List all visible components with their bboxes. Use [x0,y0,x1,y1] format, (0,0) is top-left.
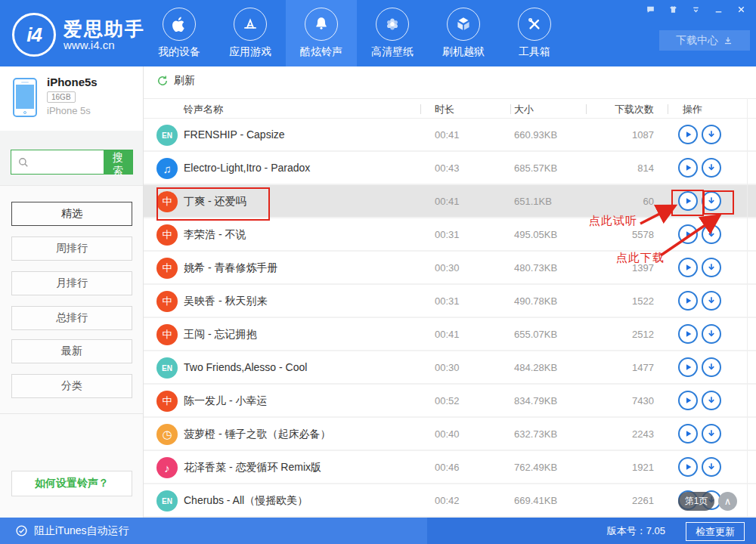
ringtone-downloads: 60 [567,196,654,207]
back-to-top-button[interactable]: ∧ [718,492,737,511]
ringtone-row[interactable]: 中李荣浩 - 不说00:31495.05KB5578 [144,218,756,252]
sidebar: iPhone5s 16GB iPhone 5s 搜索 精选周排行月排行总排行最新… [0,66,144,518]
column-header-downloads: 下载次数 [567,103,654,116]
ringtone-size: 480.73KB [514,262,557,274]
download-button[interactable] [702,357,721,377]
ringtone-name: 吴映香 - 秋天别来 [184,295,267,308]
skin-shirt-icon[interactable] [667,4,679,14]
ringtone-row[interactable]: 中吴映香 - 秋天别来00:31490.78KB1522 [144,285,756,318]
how-to-set-ringtone-button[interactable]: 如何设置铃声？ [11,471,132,496]
status-bar: 阻止iTunes自动运行 版本号：7.05 检查更新 [0,518,756,544]
download-button[interactable] [702,224,721,244]
ringtone-name: 王闯 - 忘记拥抱 [184,328,256,342]
nav-tab-label: 高清壁纸 [371,45,414,59]
check-circle-icon [15,524,28,537]
download-button[interactable] [702,258,721,277]
download-button[interactable] [702,391,721,410]
block-itunes-toggle[interactable]: 阻止iTunes自动运行 [0,518,427,544]
box-icon [447,8,480,41]
apple-icon [163,8,196,41]
check-update-button[interactable]: 检查更新 [686,522,745,541]
cn-badge: 中 [156,291,178,312]
nav-tab-1[interactable]: 应用游戏 [215,0,286,66]
play-button[interactable] [678,158,698,178]
sidebar-item-0[interactable]: 精选 [11,202,132,226]
ringtone-downloads: 7430 [567,395,654,406]
scrollbar-track[interactable] [747,98,748,518]
play-button[interactable] [678,357,698,377]
nav-tab-4[interactable]: 刷机越狱 [428,0,499,66]
play-button[interactable] [678,324,698,344]
ringtone-duration: 00:41 [435,129,460,141]
play-button[interactable] [678,191,698,211]
appstore-icon [234,8,267,41]
cn-badge: 中 [156,224,178,246]
ringtone-row[interactable]: ENCherubs - All（慢摇欧美）00:42669.41KB2261 [144,484,756,518]
sidebar-divider [0,413,143,414]
play-button[interactable] [678,457,698,477]
search-box: 搜索 [11,150,133,175]
minimize-icon[interactable] [712,4,724,14]
ringtone-row[interactable]: 中丁爽 - 还爱吗00:41651.1KB60 [144,185,756,218]
refresh-button[interactable]: 刷新 [156,74,195,88]
download-button[interactable] [702,424,721,444]
ringtone-row[interactable]: 中姚希 - 青春修炼手册00:30480.73KB1397 [144,252,756,285]
sidebar-item-3[interactable]: 总排行 [11,306,132,330]
play-button[interactable] [678,424,698,444]
play-button[interactable] [678,224,698,244]
column-header-actions: 操作 [683,103,702,116]
download-center-button[interactable]: 下载中心 [659,30,750,51]
nav-tab-label: 刷机越狱 [442,45,485,59]
play-button[interactable] [678,391,698,410]
ringtone-row[interactable]: 中王闯 - 忘记拥抱00:41655.07KB2512 [144,318,756,351]
nav-tab-3[interactable]: 高清壁纸 [357,0,428,66]
download-button[interactable] [702,158,721,178]
ringtone-size: 669.41KB [514,495,557,506]
nav-tab-label: 我的设备 [158,45,200,59]
sidebar-item-5[interactable]: 分类 [11,374,132,398]
ringtone-duration: 00:30 [435,362,460,373]
sidebar-item-4[interactable]: 最新 [11,339,132,363]
ringtone-size: 651.1KB [514,196,552,207]
download-button[interactable] [702,125,721,144]
message-icon[interactable] [644,4,656,14]
download-button[interactable] [702,324,721,344]
sidebar-item-1[interactable]: 周排行 [11,236,132,261]
ringtone-downloads: 1477 [567,362,654,373]
cn-badge: 中 [156,391,178,412]
sidebar-item-2[interactable]: 月排行 [11,271,132,295]
ringtone-name: 花泽香菜 - 恋爱循环 Remix版 [184,461,321,474]
nav-tab-5[interactable]: 工具箱 [499,0,570,66]
ringtone-name: Cherubs - All（慢摇欧美） [184,494,308,508]
download-button[interactable] [702,291,721,311]
alarm-clock-badge: ◷ [156,424,178,445]
play-button[interactable] [678,258,698,277]
ringtone-table: ENFRENSHIP - Capsize00:41660.93KB1087♫El… [144,119,756,518]
ringtone-row[interactable]: ◷菠萝橙 - 锤子之歌（起床必备）00:40632.73KB2243 [144,418,756,451]
ringtone-row[interactable]: 中陈一发儿 - 小幸运00:52834.79KB7430 [144,385,756,418]
toolbar: 刷新 [144,66,756,98]
ringtone-size: 490.78KB [514,295,557,307]
nav-tab-2[interactable]: 酷炫铃声 [286,0,357,66]
close-icon[interactable] [735,4,747,14]
i4-logo-icon: i4 [12,13,56,57]
app-logo: i4 爱思助手 www.i4.cn [12,13,145,57]
search-button[interactable]: 搜索 [104,150,132,174]
play-button[interactable] [678,291,698,311]
play-button[interactable] [678,125,698,144]
menu-chevron-icon[interactable] [689,4,702,14]
ringtone-name: 姚希 - 青春修炼手册 [184,261,277,275]
ringtone-row[interactable]: ♪花泽香菜 - 恋爱循环 Remix版00:46762.49KB1921 [144,451,756,484]
download-button[interactable] [702,191,721,211]
en-badge: EN [156,357,178,379]
ringtone-row[interactable]: ENFRENSHIP - Capsize00:41660.93KB1087 [144,119,756,152]
nav-tab-label: 应用游戏 [229,45,271,59]
nav-tab-0[interactable]: 我的设备 [144,0,215,66]
ringtone-row[interactable]: ♫Electro-Light,Itro - Paradox00:43685.57… [144,152,756,185]
download-button[interactable] [702,457,721,477]
column-header-duration: 时长 [435,103,454,116]
page-indicator-button[interactable]: 第1页 [678,492,714,511]
ringtone-duration: 00:41 [435,329,460,340]
column-header-size: 大小 [514,103,534,116]
ringtone-row[interactable]: ENTwo Friends,Alesso - Cool00:30484.28KB… [144,351,756,385]
